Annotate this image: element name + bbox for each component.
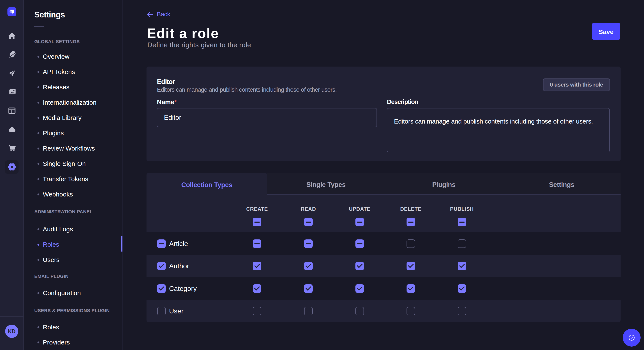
svg-text:?: ? [630, 336, 633, 340]
